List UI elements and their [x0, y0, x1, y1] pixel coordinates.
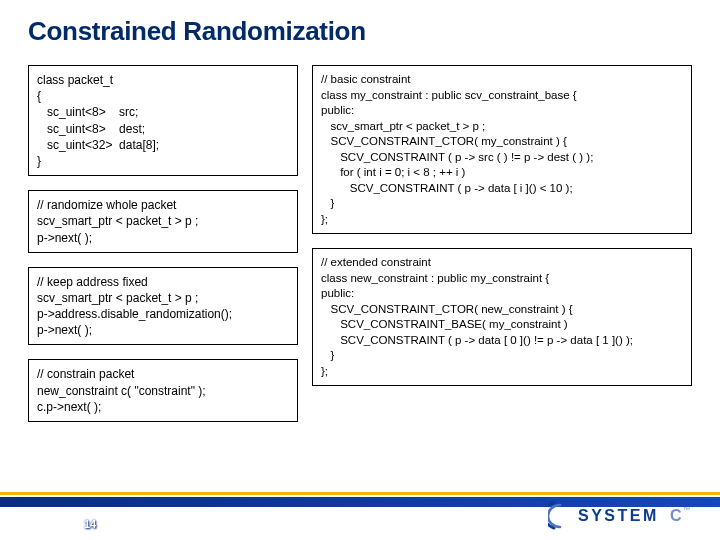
code-box-extended-constraint: // extended constraint class new_constra…	[312, 248, 692, 386]
content-area: class packet_t { sc_uint<8> src; sc_uint…	[28, 65, 692, 422]
code-box-constrain: // constrain packet new_constraint c( "c…	[28, 359, 298, 422]
page-number: 14	[84, 518, 96, 530]
logo-tm: ™	[683, 506, 690, 513]
left-column: class packet_t { sc_uint<8> src; sc_uint…	[28, 65, 298, 422]
systemc-logo: SYSTEM C ™	[548, 498, 698, 534]
slide-title: Constrained Randomization	[28, 16, 692, 47]
code-box-randomize: // randomize whole packet scv_smart_ptr …	[28, 190, 298, 253]
code-box-basic-constraint: // basic constraint class my_constraint …	[312, 65, 692, 234]
footer: 14 SYSTEM C ™	[0, 492, 720, 540]
code-box-keep-fixed: // keep address fixed scv_smart_ptr < pa…	[28, 267, 298, 346]
slide: Constrained Randomization class packet_t…	[0, 0, 720, 540]
logo-text: SYSTEM	[578, 507, 659, 524]
code-box-packet-class: class packet_t { sc_uint<8> src; sc_uint…	[28, 65, 298, 176]
footer-rule-yellow	[0, 492, 720, 495]
right-column: // basic constraint class my_constraint …	[312, 65, 692, 422]
logo-text-c: C	[670, 507, 682, 524]
